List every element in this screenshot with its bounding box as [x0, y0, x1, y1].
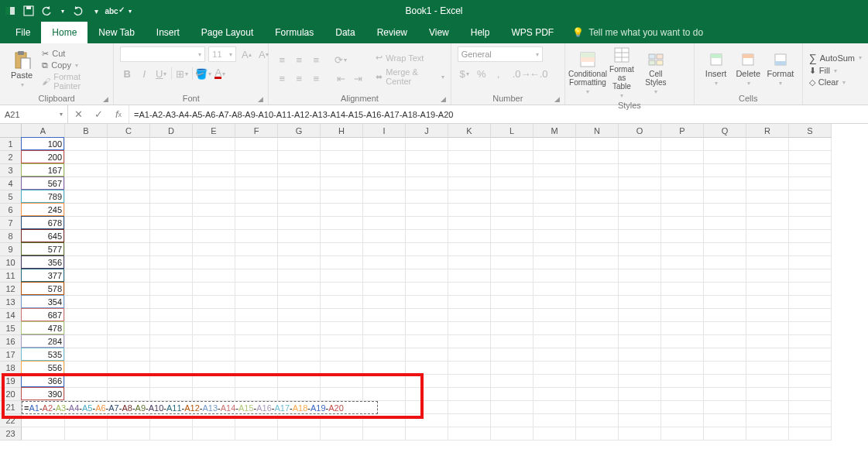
paste-button[interactable]: Paste ▾: [6, 50, 37, 88]
cell-K1[interactable]: [448, 138, 491, 151]
col-header-E[interactable]: E: [193, 124, 235, 138]
tab-formulas[interactable]: Formulas: [264, 22, 324, 43]
cell-H11[interactable]: [321, 269, 363, 283]
cell-I20[interactable]: [363, 388, 406, 401]
cell-D5[interactable]: [150, 190, 193, 204]
cell-N11[interactable]: [576, 269, 619, 283]
cell-E8[interactable]: [193, 230, 235, 243]
row-header-20[interactable]: 20: [0, 388, 22, 401]
cell-D2[interactable]: [150, 151, 193, 164]
cell-O10[interactable]: [619, 256, 661, 269]
cell-J1[interactable]: [406, 138, 448, 151]
cell-J16[interactable]: [406, 335, 448, 348]
cell-K22[interactable]: [448, 414, 491, 427]
cell-N7[interactable]: [576, 217, 619, 230]
row-header-3[interactable]: 3: [0, 164, 22, 177]
cell-R10[interactable]: [746, 256, 789, 269]
row-header-9[interactable]: 9: [0, 243, 22, 256]
cell-H23[interactable]: [321, 427, 363, 441]
cell-Q6[interactable]: [704, 204, 746, 217]
cell-G4[interactable]: [278, 177, 321, 190]
cell-E6[interactable]: [193, 204, 235, 217]
cell-G2[interactable]: [278, 151, 321, 164]
name-box[interactable]: A21▾: [0, 105, 68, 123]
cell-E5[interactable]: [193, 190, 235, 204]
cell-L15[interactable]: [491, 322, 533, 335]
cell-N19[interactable]: [576, 375, 619, 388]
cell-M23[interactable]: [533, 427, 576, 441]
tab-page-layout[interactable]: Page Layout: [190, 22, 264, 43]
cell-F4[interactable]: [235, 177, 278, 190]
cell-F1[interactable]: [235, 138, 278, 151]
cell-Q1[interactable]: [704, 138, 746, 151]
cell-R18[interactable]: [746, 362, 789, 375]
cell-R19[interactable]: [746, 375, 789, 388]
cell-J11[interactable]: [406, 269, 448, 283]
cell-D4[interactable]: [150, 177, 193, 190]
cell-L11[interactable]: [491, 269, 533, 283]
cell-J10[interactable]: [406, 256, 448, 269]
row-header-15[interactable]: 15: [0, 322, 22, 335]
cell-R7[interactable]: [746, 217, 789, 230]
cell-F12[interactable]: [235, 283, 278, 296]
cell-P18[interactable]: [661, 362, 704, 375]
cell-K5[interactable]: [448, 190, 491, 204]
cell-J13[interactable]: [406, 296, 448, 309]
row-header-4[interactable]: 4: [0, 177, 22, 190]
row-header-18[interactable]: 18: [0, 362, 22, 375]
cell-B3[interactable]: [65, 164, 108, 177]
cell-P13[interactable]: [661, 296, 704, 309]
cell-N22[interactable]: [576, 414, 619, 427]
spellcheck-icon[interactable]: abc✓: [109, 5, 120, 16]
cell-I22[interactable]: [363, 414, 406, 427]
cell-L14[interactable]: [491, 309, 533, 322]
cell-J9[interactable]: [406, 243, 448, 256]
clear-button[interactable]: ◇Clear▾: [809, 77, 862, 87]
tab-review[interactable]: Review: [366, 22, 418, 43]
cell-B5[interactable]: [65, 190, 108, 204]
cell-Q2[interactable]: [704, 151, 746, 164]
percent-icon[interactable]: %: [475, 67, 489, 81]
cell-E7[interactable]: [193, 217, 235, 230]
cell-M3[interactable]: [533, 164, 576, 177]
cell-B1[interactable]: [65, 138, 108, 151]
cell-G5[interactable]: [278, 190, 321, 204]
col-header-K[interactable]: K: [448, 124, 491, 138]
cell-N14[interactable]: [576, 309, 619, 322]
cell-K17[interactable]: [448, 348, 491, 362]
cell-G6[interactable]: [278, 204, 321, 217]
cell-R2[interactable]: [746, 151, 789, 164]
cell-O2[interactable]: [619, 151, 661, 164]
cell-B10[interactable]: [65, 256, 108, 269]
cell-K9[interactable]: [448, 243, 491, 256]
cell-H22[interactable]: [321, 414, 363, 427]
cell-O22[interactable]: [619, 414, 661, 427]
col-header-Q[interactable]: Q: [704, 124, 746, 138]
cell-A10[interactable]: 356: [22, 256, 65, 269]
col-header-R[interactable]: R: [746, 124, 789, 138]
cell-B9[interactable]: [65, 243, 108, 256]
cell-E1[interactable]: [193, 138, 235, 151]
cell-D16[interactable]: [150, 335, 193, 348]
conditional-formatting-button[interactable]: Conditional Formatting▾: [571, 51, 604, 95]
cell-P12[interactable]: [661, 283, 704, 296]
row-header-8[interactable]: 8: [0, 230, 22, 243]
cell-S6[interactable]: [789, 204, 832, 217]
cell-L23[interactable]: [491, 427, 533, 441]
cell-C11[interactable]: [108, 269, 150, 283]
cell-K6[interactable]: [448, 204, 491, 217]
cell-E15[interactable]: [193, 322, 235, 335]
cell-G22[interactable]: [278, 414, 321, 427]
cell-B23[interactable]: [65, 427, 108, 441]
cell-H6[interactable]: [321, 204, 363, 217]
row-header-21[interactable]: 21: [0, 401, 22, 414]
col-header-P[interactable]: P: [661, 124, 704, 138]
cell-I16[interactable]: [363, 335, 406, 348]
cell-L5[interactable]: [491, 190, 533, 204]
cell-L3[interactable]: [491, 164, 533, 177]
cell-P23[interactable]: [661, 427, 704, 441]
cell-M22[interactable]: [533, 414, 576, 427]
cell-C7[interactable]: [108, 217, 150, 230]
row-header-7[interactable]: 7: [0, 217, 22, 230]
dialog-launcher-icon[interactable]: ◢: [258, 95, 263, 103]
